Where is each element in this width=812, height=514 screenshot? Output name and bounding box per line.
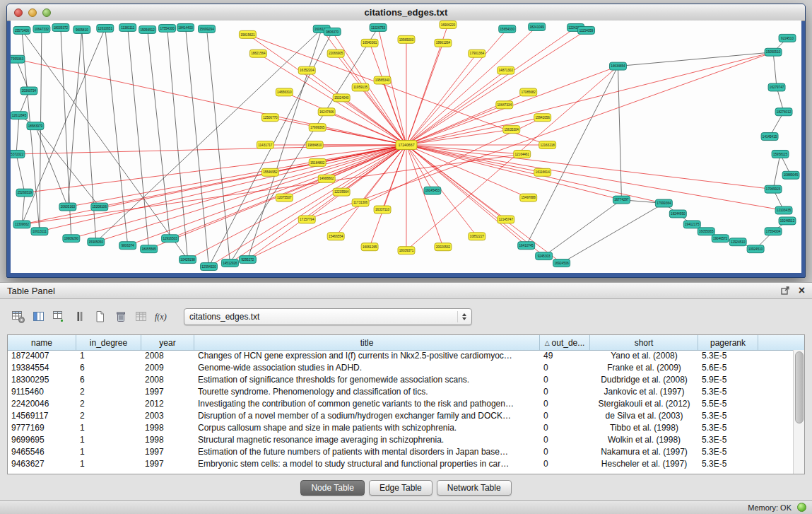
network-node[interactable]: 16774297 (613, 196, 630, 204)
table-row[interactable]: 1456911722003Disruption of a novel membe… (8, 410, 794, 422)
network-node[interactable]: 15546952 (261, 168, 278, 176)
network-node[interactable]: 14871302 (498, 66, 514, 74)
tab-network-table[interactable]: Network Table (437, 480, 512, 496)
function-builder-icon[interactable]: f(x) (152, 308, 171, 326)
network-node[interactable]: 10647332 (33, 25, 50, 33)
column-header-in-degree[interactable]: in_degree (76, 335, 141, 350)
network-node[interactable]: 17999363 (11, 55, 25, 63)
import-table-icon[interactable] (131, 308, 151, 326)
network-node[interactable]: 16540361 (361, 39, 378, 47)
network-node[interactable]: 15942056 (534, 114, 551, 122)
network-node[interactable]: 19246512 (779, 217, 796, 225)
network-node[interactable]: 16116614 (534, 168, 551, 176)
network-node[interactable]: 9224510 (779, 34, 796, 42)
network-node[interactable]: 11381111 (119, 23, 136, 31)
network-node[interactable]: 16337110 (374, 206, 391, 214)
column-header-short[interactable]: short (590, 335, 698, 350)
network-node[interactable]: 19412175 (683, 221, 700, 228)
network-node[interactable]: 16410745 (518, 242, 535, 250)
network-node[interactable]: 12924510 (729, 238, 746, 246)
network-node[interactable]: 14634654 (609, 62, 626, 70)
network-node[interactable]: 10889045 (782, 171, 799, 179)
network-node[interactable]: 18241049 (529, 23, 546, 30)
network-node[interactable]: 19046572 (712, 235, 729, 243)
network-node[interactable]: 15050510 (765, 48, 782, 56)
network-node[interactable]: 18583979 (27, 122, 44, 130)
network-node[interactable]: 11431717 (257, 141, 273, 149)
network-node[interactable]: 12610651 (97, 24, 114, 32)
network-node[interactable]: 15208106 (91, 203, 108, 211)
network-node[interactable]: 17069923 (765, 185, 782, 193)
table-scrollbar[interactable] (793, 350, 804, 474)
network-node[interactable]: 15324040 (333, 94, 350, 102)
network-node[interactable]: 18274012 (775, 108, 792, 116)
network-node[interactable]: 16055065 (698, 228, 714, 235)
network-node[interactable]: 19909290 (63, 235, 80, 243)
table-row[interactable]: 969969511998Structural magnetic resonanc… (8, 434, 794, 446)
network-node[interactable]: 16061265 (361, 243, 378, 251)
column-header-out-degree[interactable]: △ out_de... (540, 335, 590, 350)
column-header-pagerank[interactable]: pagerank (698, 335, 758, 350)
network-node[interactable]: 12594320 (201, 263, 218, 271)
table-mode-icon[interactable] (8, 308, 28, 326)
network-node[interactable]: 10852227 (469, 233, 486, 240)
scrollbar-thumb[interactable] (795, 351, 804, 424)
float-panel-icon[interactable] (780, 286, 790, 296)
network-node[interactable]: 20605163 (59, 203, 76, 211)
table-row[interactable]: 1938455462009Genome-wide association stu… (8, 362, 794, 374)
zoom-button[interactable] (42, 8, 51, 17)
network-node[interactable]: 15635304 (503, 126, 520, 134)
network-hub-node[interactable]: 17240667 (396, 141, 417, 150)
network-node[interactable]: 18039372 (52, 23, 69, 31)
network-node[interactable]: 18039371 (398, 247, 415, 255)
row-selection-icon[interactable] (70, 308, 89, 326)
network-node[interactable]: 17085682 (520, 88, 537, 96)
network-node[interactable]: 17554304 (765, 228, 782, 235)
table-select[interactable]: citations_edges.txt (184, 308, 472, 325)
network-node[interactable]: 15497888 (520, 194, 537, 201)
network-node[interactable]: 15372022 (11, 150, 25, 158)
network-node[interactable]: 11309662 (13, 221, 30, 228)
network-node[interactable]: 15905050 (88, 238, 105, 246)
network-canvas[interactable]: 1557340610647332180393729605810126106511… (11, 21, 801, 273)
network-node[interactable]: 17554300 (159, 24, 176, 32)
network-node[interactable]: 12075507 (276, 194, 293, 201)
network-node[interactable]: 19565000 (398, 35, 415, 43)
column-header-title[interactable]: title (194, 335, 540, 350)
table-row[interactable]: 911546021997Tourette syndrome. Phenomeno… (8, 386, 794, 398)
network-node[interactable]: 18414403 (177, 23, 194, 31)
network-node[interactable]: 15815621 (239, 30, 256, 38)
network-node[interactable]: 12164461 (514, 150, 531, 158)
network-node[interactable]: 14512926 (221, 259, 238, 267)
network-node[interactable]: 17999365 (309, 124, 326, 132)
network-node[interactable]: 12163218 (539, 141, 556, 149)
network-node[interactable]: 9245303 (536, 252, 553, 260)
network-node[interactable]: 15958115 (772, 150, 789, 158)
network-node[interactable]: 15654330 (499, 25, 516, 33)
table-row[interactable]: 977716911998Corpus callosum shape and si… (8, 422, 794, 434)
network-node[interactable]: 16906220 (440, 21, 457, 28)
network-node[interactable]: 19884810 (306, 141, 323, 149)
table-panel-titlebar[interactable]: Table Panel × (0, 283, 812, 299)
network-node[interactable]: 20020532 (435, 243, 452, 251)
network-node[interactable]: 9295272 (239, 256, 256, 264)
network-node[interactable]: 15699294 (199, 25, 216, 33)
network-node[interactable]: 14145415 (761, 133, 778, 141)
network-node[interactable]: 9806374 (119, 242, 136, 250)
network-node[interactable]: 15184802 (309, 158, 326, 166)
column-header-name[interactable]: name (8, 335, 76, 350)
network-node[interactable]: 19565340 (374, 76, 391, 84)
network-node[interactable]: 22066905 (327, 49, 344, 57)
network-node[interactable]: 17901364 (469, 49, 486, 57)
network-node[interactable]: 10924510 (747, 245, 764, 253)
network-node[interactable]: 11959135 (352, 83, 369, 91)
network-node[interactable]: 10647334 (496, 101, 513, 109)
network-node[interactable]: 19145453 (424, 187, 441, 194)
network-node[interactable]: 11026753 (370, 23, 387, 31)
tab-node-table[interactable]: Node Table (300, 480, 365, 496)
network-node[interactable]: 12235564 (333, 188, 350, 196)
network-node[interactable]: 15573406 (13, 26, 30, 34)
tab-edge-table[interactable]: Edge Table (369, 480, 433, 496)
close-button[interactable] (14, 8, 23, 17)
network-node[interactable]: 17999364 (655, 199, 672, 207)
